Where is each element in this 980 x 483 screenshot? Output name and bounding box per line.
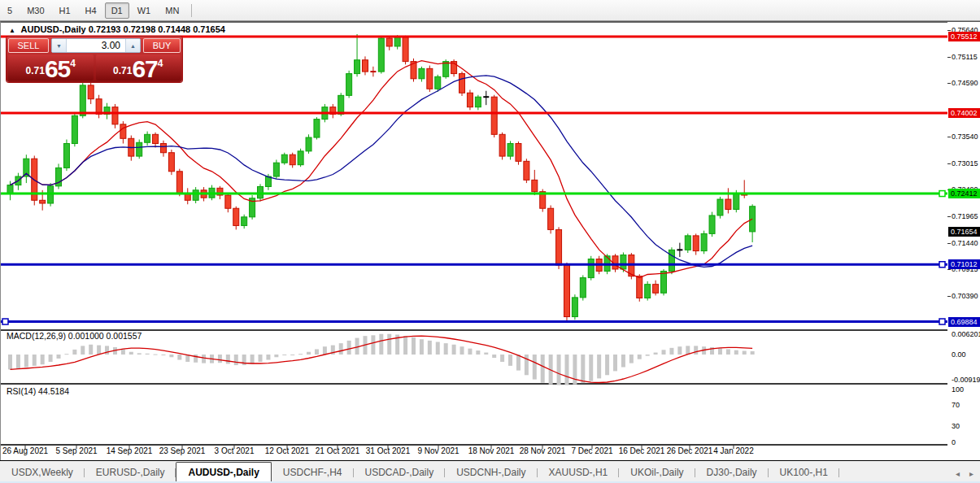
candle-body — [524, 161, 529, 180]
price-tick-label: 0.71965 — [952, 212, 978, 220]
line-handle — [2, 319, 8, 324]
chart-tab-ukoil-daily[interactable]: UKOil-,Daily — [619, 463, 695, 482]
date-label: 16 Dec 2021 — [619, 446, 665, 455]
chart-collapse-icon[interactable]: ▲ — [9, 27, 15, 34]
price-tick-mark — [947, 57, 951, 58]
line-handle — [939, 262, 945, 268]
candle-body — [564, 265, 569, 317]
candle-body — [225, 195, 231, 208]
rsi-scale-label: 30 — [952, 422, 960, 430]
chart-tab-audusd-daily[interactable]: AUDUSD-,Daily — [176, 462, 271, 482]
candle-body — [306, 137, 311, 151]
candle-body — [645, 285, 651, 298]
macd-histogram-bar — [307, 352, 311, 355]
candle-body — [693, 236, 699, 251]
macd-histogram-bar — [734, 350, 738, 355]
candle-body — [176, 172, 182, 194]
macd-histogram-bar — [492, 355, 496, 358]
sell-price-big: 65 — [45, 59, 70, 80]
tab-scroll-arrows: ◂▸ — [956, 469, 973, 478]
macd-histogram-bar — [266, 355, 270, 360]
macd-histogram-bar — [428, 341, 432, 355]
macd-histogram-bar — [129, 352, 133, 355]
macd-histogram-bar — [452, 345, 456, 355]
macd-histogram-bar — [282, 355, 286, 355]
candle-body — [709, 215, 715, 233]
macd-histogram-bar — [49, 355, 53, 362]
macd-histogram-bar — [420, 339, 424, 355]
date-label: 9 Nov 2021 — [417, 446, 459, 455]
price-scale[interactable]: 0.756400.751150.745900.735400.730150.724… — [947, 22, 980, 461]
macd-indicator-label: MACD(12,26,9) 0.001000 0.001557 — [7, 331, 142, 341]
macd-histogram-bar — [629, 355, 634, 363]
price-badge: 0.71012 — [948, 259, 980, 269]
candle-body — [7, 185, 13, 194]
macd-histogram-bar — [613, 355, 617, 371]
candle-body — [588, 259, 594, 278]
macd-histogram-bar — [105, 346, 109, 355]
macd-histogram-bar — [121, 349, 125, 355]
macd-histogram-bar — [500, 355, 504, 362]
macd-histogram-bar — [161, 355, 165, 355]
price-tick-mark — [947, 269, 951, 270]
macd-histogram-bar — [468, 349, 472, 355]
volume-increase-button[interactable]: ▲ — [125, 39, 140, 52]
price-tick-mark — [947, 296, 951, 297]
candle-body — [290, 154, 295, 164]
chart-tab-eurusd-daily[interactable]: EURUSD-,Daily — [85, 463, 176, 482]
candle-body — [460, 74, 465, 94]
macd-histogram-bar — [323, 346, 327, 355]
candle-body — [653, 285, 659, 294]
candle-body — [491, 97, 497, 134]
tab-scroll-left-icon[interactable]: ◂ — [956, 469, 960, 478]
macd-histogram-bar — [743, 351, 747, 355]
chart-tab-usdchf-h4[interactable]: USDCHF-,H4 — [272, 463, 354, 482]
buy-price-display[interactable]: 0.71674 — [96, 54, 181, 80]
candle-body — [685, 236, 690, 250]
candle-body — [516, 144, 521, 162]
volume-stepper: ▼ 3.00 ▲ — [51, 38, 141, 53]
date-label: 12 Oct 2021 — [265, 446, 309, 455]
chart-tab-usdcnh-daily[interactable]: USDCNH-,Daily — [445, 463, 537, 482]
rsi-scale-label: 0 — [952, 438, 956, 446]
ma-slow-line — [11, 76, 753, 267]
chart-tab-xauusd-h1[interactable]: XAUUSD-,H1 — [538, 463, 620, 482]
date-label: 3 Oct 2021 — [215, 446, 255, 455]
macd-histogram-bar — [202, 355, 206, 363]
candle-body — [725, 199, 731, 209]
candle-body — [355, 60, 360, 74]
macd-histogram-bar — [460, 346, 464, 355]
date-label: 4 Jan 2022 — [713, 446, 754, 455]
candle-body — [701, 233, 707, 250]
sell-button[interactable]: SELL — [8, 38, 49, 53]
macd-histogram-bar — [97, 346, 101, 355]
price-tick-mark — [947, 137, 951, 137]
macd-histogram-bar — [484, 353, 488, 355]
tab-scroll-right-icon[interactable]: ▸ — [969, 469, 973, 478]
candle-body — [403, 37, 408, 62]
chart-header: ▲ AUDUSD-,Daily 0.72193 0.72198 0.71448 … — [9, 24, 225, 34]
chart-tab-usdcad-daily[interactable]: USDCAD-,Daily — [354, 463, 446, 482]
candle-body — [621, 255, 626, 269]
price-tick-label: 0.74590 — [952, 79, 978, 87]
sell-price-sup: 4 — [70, 58, 76, 69]
volume-decrease-button[interactable]: ▼ — [52, 39, 67, 52]
macd-histogram-bar — [444, 343, 448, 355]
chart-tab-dj30-daily[interactable]: DJ30-,Daily — [695, 463, 769, 482]
candle-body — [637, 276, 642, 298]
macd-histogram-bar — [379, 334, 383, 355]
macd-histogram-bar — [638, 355, 642, 359]
candle-body — [386, 38, 392, 46]
chart-tab-uk100-h1[interactable]: UK100-,H1 — [769, 463, 839, 482]
candle-body — [281, 154, 287, 163]
line-handle — [939, 191, 945, 197]
macd-histogram-bar — [274, 355, 278, 357]
macd-histogram-bar — [234, 355, 238, 365]
volume-input[interactable]: 3.00 — [67, 39, 125, 52]
price-tick-mark — [947, 243, 951, 244]
candle-body — [314, 120, 320, 137]
sell-price-display[interactable]: 0.71654 — [8, 54, 94, 80]
chart-tab-usdx-weekly[interactable]: USDX,Weekly — [0, 463, 85, 482]
macd-histogram-bar — [194, 355, 198, 363]
buy-button[interactable]: BUY — [143, 38, 181, 53]
